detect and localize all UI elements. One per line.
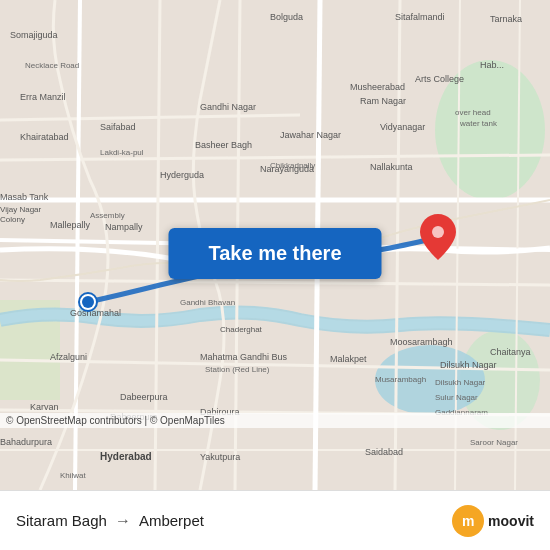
svg-text:Bolguda: Bolguda [270,12,303,22]
svg-text:Musarambagh: Musarambagh [375,375,426,384]
origin-label: Sitaram Bagh [16,512,107,529]
svg-text:Yakutpura: Yakutpura [200,452,240,462]
svg-text:over head: over head [455,108,491,117]
svg-point-74 [82,296,94,308]
svg-text:Lakdi-ka-pul: Lakdi-ka-pul [100,148,144,157]
svg-text:Sulur Nagar: Sulur Nagar [435,393,478,402]
svg-text:Jawahar Nagar: Jawahar Nagar [280,130,341,140]
map-area: Somajiguda Bolguda Sitafalmandi Tarnaka … [0,0,550,490]
svg-text:Basheer Bagh: Basheer Bagh [195,140,252,150]
svg-text:Mallepally: Mallepally [50,220,91,230]
svg-text:Dabeerpura: Dabeerpura [120,392,168,402]
svg-text:Karvan: Karvan [30,402,59,412]
svg-text:Somajiguda: Somajiguda [10,30,58,40]
svg-text:Ram Nagar: Ram Nagar [360,96,406,106]
svg-text:Erra Manzil: Erra Manzil [20,92,66,102]
svg-text:water tank: water tank [459,119,498,128]
svg-text:Arts College: Arts College [415,74,464,84]
route-info: Sitaram Bagh → Amberpet [16,512,452,530]
destination-label: Amberpet [139,512,204,529]
moovit-icon: m [452,505,484,537]
svg-text:Gandhi Nagar: Gandhi Nagar [200,102,256,112]
svg-text:Afzalguni: Afzalguni [50,352,87,362]
svg-text:Khairatabad: Khairatabad [20,132,69,142]
svg-text:Vidyanagar: Vidyanagar [380,122,425,132]
take-me-there-button[interactable]: Take me there [168,228,381,279]
svg-text:Moosarambagh: Moosarambagh [390,337,453,347]
arrow-icon: → [115,512,131,530]
svg-text:Nampally: Nampally [105,222,143,232]
svg-text:Khilwat: Khilwat [60,471,87,480]
moovit-label: moovit [488,513,534,529]
svg-text:Mahatma Gandhi Bus: Mahatma Gandhi Bus [200,352,288,362]
svg-text:Saifabad: Saifabad [100,122,136,132]
svg-text:Saroor Nagar: Saroor Nagar [470,438,518,447]
svg-text:Tarnaka: Tarnaka [490,14,522,24]
bottom-bar: Sitaram Bagh → Amberpet m moovit [0,490,550,550]
svg-text:Dilsukh Nagar: Dilsukh Nagar [440,360,497,370]
svg-text:Masab Tank: Masab Tank [0,192,49,202]
svg-text:Assembly: Assembly [90,211,125,220]
svg-text:Hab...: Hab... [480,60,504,70]
svg-text:Musheerabad: Musheerabad [350,82,405,92]
svg-text:Hyderguda: Hyderguda [160,170,204,180]
svg-text:Chikkadpally: Chikkadpally [270,161,315,170]
moovit-logo: m moovit [452,505,534,537]
svg-text:Necklace Road: Necklace Road [25,61,79,70]
svg-text:Dilsukh Nagar: Dilsukh Nagar [435,378,486,387]
map-attribution: © OpenStreetMap contributors | © OpenMap… [0,413,550,428]
svg-text:Sitafalmandi: Sitafalmandi [395,12,445,22]
svg-point-76 [432,226,444,238]
svg-text:Chaderghat: Chaderghat [220,325,263,334]
svg-text:Gandhi Bhavan: Gandhi Bhavan [180,298,235,307]
svg-text:Colony: Colony [0,215,25,224]
svg-text:Vijay Nagar: Vijay Nagar [0,205,42,214]
svg-text:Bahadurpura: Bahadurpura [0,437,52,447]
svg-text:Nallakunta: Nallakunta [370,162,413,172]
moovit-m: m [462,513,474,529]
svg-text:Hyderabad: Hyderabad [100,451,152,462]
svg-text:Station (Red Line): Station (Red Line) [205,365,270,374]
svg-text:Malakpet: Malakpet [330,354,367,364]
svg-text:Chaitanya: Chaitanya [490,347,531,357]
svg-text:Saidabad: Saidabad [365,447,403,457]
svg-text:Goshamahal: Goshamahal [70,308,121,318]
attribution-text: © OpenStreetMap contributors | © OpenMap… [6,415,225,426]
